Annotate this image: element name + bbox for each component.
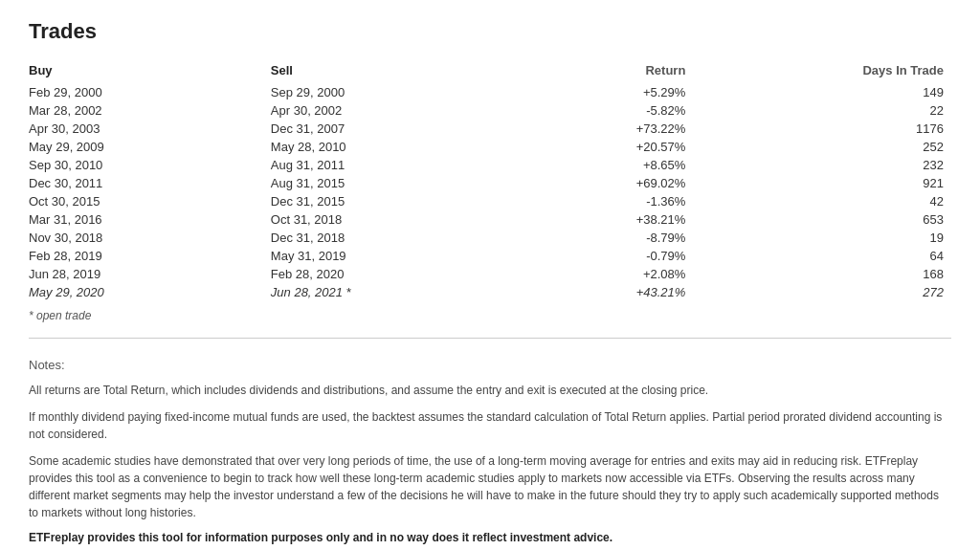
return-value: -8.79% — [526, 229, 693, 247]
days-value: 64 — [693, 247, 951, 265]
days-value: 19 — [693, 229, 951, 247]
return-value: -5.82% — [526, 101, 693, 120]
days-value: 1176 — [693, 120, 951, 138]
table-row: Apr 30, 2003Dec 31, 2007+73.22%1176 — [29, 120, 951, 138]
sell-date: May 28, 2010 — [271, 138, 527, 156]
return-value: +8.65% — [526, 156, 693, 174]
notes-label: Notes: — [29, 358, 951, 372]
return-value: -0.79% — [526, 247, 693, 265]
notes-para: Some academic studies have demonstrated … — [29, 452, 951, 521]
sell-date: Apr 30, 2002 — [271, 101, 527, 120]
sell-date: Dec 31, 2007 — [271, 120, 527, 138]
table-row: May 29, 2009May 28, 2010+20.57%252 — [29, 138, 951, 156]
trades-table: Buy Sell Return Days In Trade Feb 29, 20… — [29, 59, 951, 301]
buy-date: Feb 28, 2019 — [29, 247, 271, 265]
return-value: +2.08% — [526, 265, 693, 283]
return-value: +43.21% — [526, 283, 693, 301]
return-value: -1.36% — [526, 192, 693, 210]
buy-date: Dec 30, 2011 — [29, 174, 271, 192]
table-row: May 29, 2020Jun 28, 2021 *+43.21%272 — [29, 283, 951, 301]
sell-date: Dec 31, 2015 — [271, 192, 527, 210]
sell-date: Aug 31, 2011 — [271, 156, 527, 174]
buy-date: Apr 30, 2003 — [29, 120, 271, 138]
notes-para: All returns are Total Return, which incl… — [29, 382, 951, 399]
buy-date: Feb 29, 2000 — [29, 83, 271, 101]
notes-para: If monthly dividend paying fixed-income … — [29, 408, 951, 443]
open-trade-note: * open trade — [29, 309, 951, 322]
days-value: 22 — [693, 101, 951, 120]
notes-section: Notes: All returns are Total Return, whi… — [29, 354, 951, 544]
col-header-buy: Buy — [29, 59, 271, 83]
days-value: 653 — [693, 210, 951, 229]
buy-date: Nov 30, 2018 — [29, 229, 271, 247]
table-row: Dec 30, 2011Aug 31, 2015+69.02%921 — [29, 174, 951, 192]
return-value: +69.02% — [526, 174, 693, 192]
page-title: Trades — [29, 19, 951, 44]
buy-date: Mar 31, 2016 — [29, 210, 271, 229]
days-value: 168 — [693, 265, 951, 283]
sell-date: Dec 31, 2018 — [271, 229, 527, 247]
notes-paragraphs: All returns are Total Return, which incl… — [29, 382, 951, 544]
buy-date: May 29, 2009 — [29, 138, 271, 156]
table-row: Mar 28, 2002Apr 30, 2002-5.82%22 — [29, 101, 951, 120]
table-row: Nov 30, 2018Dec 31, 2018-8.79%19 — [29, 229, 951, 247]
table-row: Jun 28, 2019Feb 28, 2020+2.08%168 — [29, 265, 951, 283]
table-row: Feb 29, 2000Sep 29, 2000+5.29%149 — [29, 83, 951, 101]
table-row: Sep 30, 2010Aug 31, 2011+8.65%232 — [29, 156, 951, 174]
days-value: 42 — [693, 192, 951, 210]
sell-date: Feb 28, 2020 — [271, 265, 527, 283]
table-row: Oct 30, 2015Dec 31, 2015-1.36%42 — [29, 192, 951, 210]
return-value: +5.29% — [526, 83, 693, 101]
table-row: Mar 31, 2016Oct 31, 2018+38.21%653 — [29, 210, 951, 229]
return-value: +20.57% — [526, 138, 693, 156]
sell-date: Oct 31, 2018 — [271, 210, 527, 229]
section-divider — [29, 338, 951, 339]
days-value: 921 — [693, 174, 951, 192]
col-header-days: Days In Trade — [693, 59, 951, 83]
col-header-sell: Sell — [271, 59, 527, 83]
sell-date: May 31, 2019 — [271, 247, 527, 265]
buy-date: May 29, 2020 — [29, 283, 271, 301]
days-value: 252 — [693, 138, 951, 156]
return-value: +73.22% — [526, 120, 693, 138]
sell-date: Sep 29, 2000 — [271, 83, 527, 101]
notes-para: ETFreplay provides this tool for informa… — [29, 531, 951, 544]
main-container: Trades Buy Sell Return Days In Trade Feb… — [0, 0, 980, 550]
sell-date: Jun 28, 2021 * — [271, 283, 527, 301]
return-value: +38.21% — [526, 210, 693, 229]
sell-date: Aug 31, 2015 — [271, 174, 527, 192]
col-header-return: Return — [526, 59, 693, 83]
days-value: 232 — [693, 156, 951, 174]
buy-date: Mar 28, 2002 — [29, 101, 271, 120]
buy-date: Sep 30, 2010 — [29, 156, 271, 174]
days-value: 272 — [693, 283, 951, 301]
table-row: Feb 28, 2019May 31, 2019-0.79%64 — [29, 247, 951, 265]
days-value: 149 — [693, 83, 951, 101]
buy-date: Oct 30, 2015 — [29, 192, 271, 210]
buy-date: Jun 28, 2019 — [29, 265, 271, 283]
